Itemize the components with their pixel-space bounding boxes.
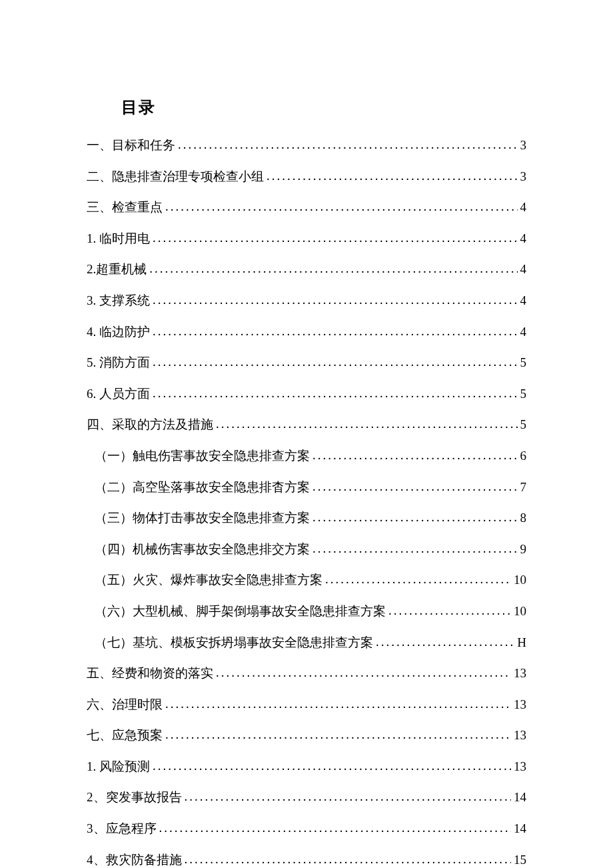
toc-dots: [376, 633, 514, 651]
toc-label: 四、采取的方法及措施: [87, 416, 213, 434]
toc-entry: 3、应急程序 14: [87, 820, 526, 838]
toc-num: 4.: [87, 325, 99, 339]
toc-num: 6.: [87, 387, 99, 401]
toc-entry: 1. 风险预测 13: [87, 758, 526, 776]
toc-entry: （七）基坑、模板安拆坍塌事故安全隐患排查方案 H: [87, 634, 526, 652]
toc-page: 10: [514, 571, 526, 589]
toc-entry: 4. 临边防护 4: [87, 323, 526, 341]
toc-entry: 五、经费和物资的落实 13: [87, 665, 526, 683]
toc-page: 9: [520, 541, 527, 559]
toc-label: 1. 风险预测: [87, 758, 150, 776]
toc-dots: [185, 851, 512, 868]
toc-label: （三）物体打击事故安全隐患排查方案: [95, 509, 310, 527]
toc-dots: [153, 757, 511, 775]
toc-page: 4: [520, 292, 527, 310]
toc-label: （一）触电伤害事故安全隐患排查方案: [95, 447, 310, 465]
toc-dots: [216, 415, 518, 433]
toc-num: 2.: [87, 262, 96, 276]
toc-dots: [388, 602, 511, 620]
toc-page: 4: [520, 199, 527, 217]
toc-entry: 2、突发事故报告 14: [87, 789, 526, 807]
toc-page: 4: [520, 261, 527, 279]
toc-page: 5: [520, 354, 527, 372]
toc-list: 一、目标和任务 3 二、隐患排查治理专项检查小组 3 三、检查重点 4 1. 临…: [87, 137, 526, 868]
toc-dots: [178, 136, 518, 154]
toc-dots: [216, 664, 511, 682]
toc-page: 15: [514, 851, 526, 868]
toc-entry: （三）物体打击事故安全隐患排查方案 8: [87, 509, 526, 527]
toc-page: 5: [520, 416, 527, 434]
toc-entry: 4、救灾防备措施 15: [87, 851, 526, 868]
toc-entry: 一、目标和任务 3: [87, 137, 526, 155]
toc-label: 5. 消防方面: [87, 354, 150, 372]
toc-title: 目录: [121, 97, 526, 118]
toc-entry: （四）机械伤害事故安全隐患排交方案 9: [87, 541, 526, 559]
toc-entry: （一）触电伤害事故安全隐患排查方案 6: [87, 447, 526, 465]
toc-page: 7: [520, 479, 527, 497]
toc-label: 1. 临时用电: [87, 230, 150, 248]
toc-dots: [149, 260, 517, 278]
toc-page: 13: [514, 665, 526, 683]
toc-label: （六）大型机械、脚手架倒塌事故安全隐患排查方案: [95, 603, 386, 621]
toc-page: 14: [514, 789, 526, 807]
toc-num: 5.: [87, 355, 99, 369]
toc-entry: 6. 人员方面 5: [87, 385, 526, 403]
toc-num: 2: [87, 790, 93, 804]
toc-label: 4、救灾防备措施: [87, 851, 182, 868]
toc-label: 6. 人员方面: [87, 385, 150, 403]
toc-page: 13: [514, 758, 526, 776]
toc-dots: [153, 353, 518, 371]
toc-dots: [153, 323, 518, 341]
toc-label: 4. 临边防护: [87, 323, 150, 341]
toc-entry: 四、采取的方法及措施 5: [87, 416, 526, 434]
toc-num: 3: [87, 821, 93, 835]
toc-page: 3: [520, 137, 527, 155]
toc-entry: 六、治理时限 13: [87, 696, 526, 714]
toc-entry: 二、隐患排查治理专项检查小组 3: [87, 168, 526, 186]
toc-dots: [312, 540, 518, 558]
toc-num: 1.: [87, 231, 99, 245]
toc-label: （二）高空坠落事故安全隐患排杳方案: [95, 479, 310, 497]
toc-label: 2、突发事故报告: [87, 789, 182, 807]
toc-page: 5: [520, 385, 527, 403]
toc-page: 13: [514, 727, 526, 745]
toc-entry: （六）大型机械、脚手架倒塌事故安全隐患排查方案 10: [87, 603, 526, 621]
toc-dots: [312, 478, 518, 496]
toc-entry: 1. 临时用电 4: [87, 230, 526, 248]
toc-entry: 七、应急预案 13: [87, 727, 526, 745]
toc-page: 13: [514, 696, 526, 714]
toc-entry: （五）火灾、爆炸事故安全隐患排查方案 10: [87, 571, 526, 589]
toc-page: 14: [514, 820, 526, 838]
toc-page: 4: [520, 323, 527, 341]
toc-dots: [325, 571, 511, 589]
toc-label: 七、应急预案: [87, 727, 163, 745]
toc-label: 五、经费和物资的落实: [87, 665, 213, 683]
toc-dots: [153, 385, 518, 403]
toc-page: 8: [520, 509, 527, 527]
toc-dots: [153, 291, 518, 309]
toc-label: 三、检查重点: [87, 199, 163, 217]
toc-label: 一、目标和任务: [87, 137, 175, 155]
toc-label: 六、治理时限: [87, 696, 163, 714]
toc-label: 二、隐患排查治理专项检查小组: [87, 168, 264, 186]
toc-page: 4: [520, 230, 527, 248]
toc-entry: 2.超重机械 4: [87, 261, 526, 279]
toc-label: （七）基坑、模板安拆坍塌事故安全隐患排查方案: [95, 634, 373, 652]
toc-page: 6: [520, 447, 527, 465]
toc-dots: [165, 695, 511, 713]
toc-entry: 三、检查重点 4: [87, 199, 526, 217]
toc-label: （四）机械伤害事故安全隐患排交方案: [95, 541, 310, 559]
toc-page: H: [517, 634, 526, 652]
toc-dots: [165, 198, 518, 216]
toc-entry: 3. 支撑系统 4: [87, 292, 526, 310]
toc-num: 1.: [87, 759, 99, 773]
toc-num: 4: [87, 853, 93, 867]
toc-label: 3. 支撑系统: [87, 292, 150, 310]
toc-label: 3、应急程序: [87, 820, 157, 838]
toc-dots: [312, 509, 518, 527]
toc-dots: [165, 726, 511, 744]
toc-page: 10: [514, 603, 526, 621]
toc-page: 3: [520, 168, 527, 186]
toc-entry: 5. 消防方面 5: [87, 354, 526, 372]
toc-label: 2.超重机械: [87, 261, 147, 279]
